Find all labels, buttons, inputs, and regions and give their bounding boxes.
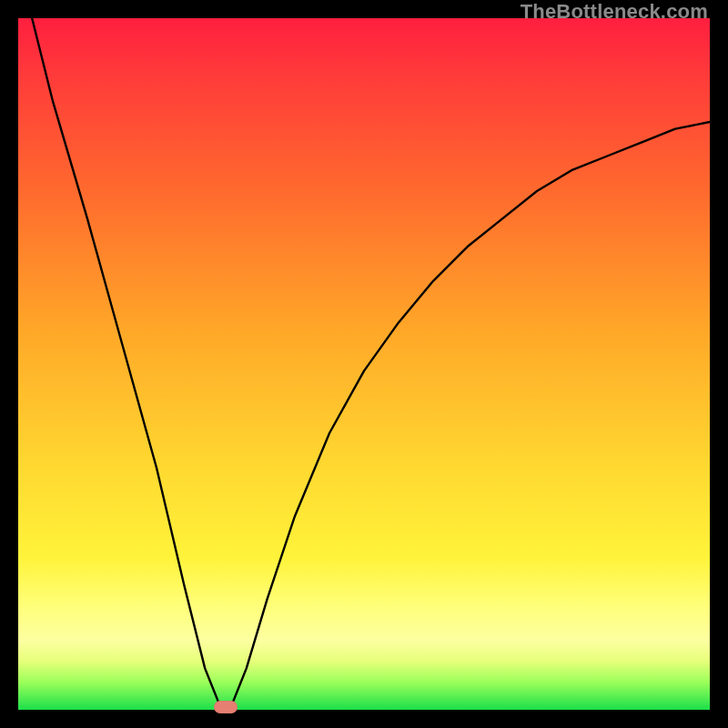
bottleneck-curve: [18, 18, 710, 710]
chart-frame: TheBottleneck.com: [0, 0, 728, 728]
optimal-marker: [214, 701, 238, 713]
curve-path: [32, 18, 710, 710]
plot-area: [18, 18, 710, 710]
